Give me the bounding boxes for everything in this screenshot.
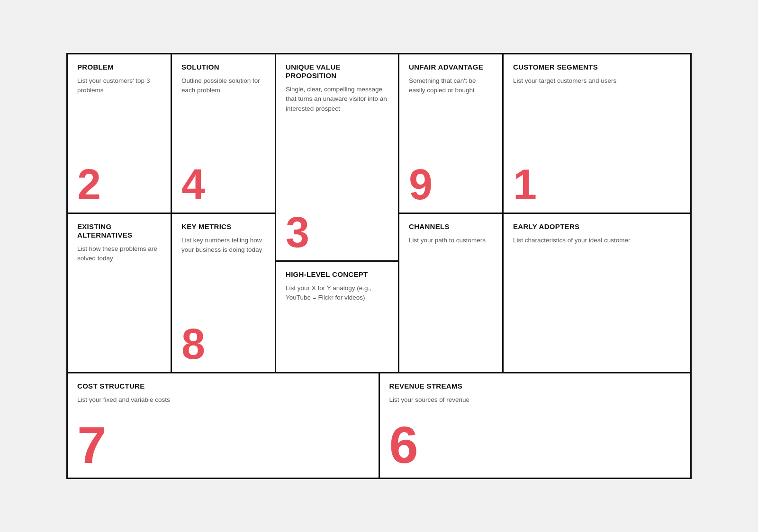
customer-column: CUSTOMER SEGMENTS List your target custo…: [504, 54, 690, 372]
unfair-advantage-title: UNFAIR ADVANTAGE: [409, 63, 493, 71]
channels-title: CHANNELS: [409, 222, 493, 231]
unfair-column: UNFAIR ADVANTAGE Something that can't be…: [399, 54, 504, 372]
existing-alternatives-title: EXISTING ALTERNATIVES: [77, 222, 161, 239]
key-metrics-title: KEY METRICS: [181, 222, 265, 231]
solution-column: SOLUTION Outline possible solution for e…: [172, 54, 276, 372]
customer-segments-desc: List your target customers and users: [513, 76, 681, 159]
hlc-desc: List your X for Y analogy (e.g., YouTube…: [286, 284, 388, 365]
customer-segments-number: 1: [513, 159, 681, 206]
solution-desc: Outline possible solution for each probl…: [181, 76, 265, 159]
lean-canvas: PROBLEM List your customers' top 3 probl…: [66, 53, 692, 479]
early-adopters-cell: EARLY ADOPTERS List characteristics of y…: [504, 214, 690, 372]
cost-structure-title: COST STRUCTURE: [77, 382, 369, 390]
existing-alternatives-cell: EXISTING ALTERNATIVES List how these pro…: [68, 214, 171, 372]
cost-structure-desc: List your fixed and variable costs: [77, 395, 369, 419]
left-column: PROBLEM List your customers' top 3 probl…: [68, 54, 172, 372]
uvp-number: 3: [286, 206, 388, 254]
cost-structure-cell: COST STRUCTURE List your fixed and varia…: [68, 373, 380, 478]
customer-segments-title: CUSTOMER SEGMENTS: [513, 63, 681, 71]
key-metrics-desc: List key numbers telling how your busine…: [181, 236, 265, 318]
revenue-streams-title: REVENUE STREAMS: [389, 382, 681, 390]
uvp-title: UNIQUE VALUE PROPOSITION: [286, 63, 388, 80]
uvp-cell: UNIQUE VALUE PROPOSITION Single, clear, …: [276, 54, 398, 262]
cost-structure-number: 7: [77, 419, 369, 471]
revenue-streams-cell: REVENUE STREAMS List your sources of rev…: [380, 373, 691, 478]
customer-segments-cell: CUSTOMER SEGMENTS List your target custo…: [504, 54, 690, 214]
key-metrics-cell: KEY METRICS List key numbers telling how…: [172, 214, 275, 372]
revenue-streams-number: 6: [389, 419, 681, 471]
key-metrics-number: 8: [181, 318, 265, 365]
top-section: PROBLEM List your customers' top 3 probl…: [68, 54, 690, 373]
existing-alternatives-desc: List how these problems are solved today: [77, 244, 161, 365]
unfair-advantage-number: 9: [409, 159, 493, 206]
problem-title: PROBLEM: [77, 63, 161, 71]
unfair-advantage-desc: Something that can't be easily copied or…: [409, 76, 493, 159]
solution-number: 4: [181, 159, 265, 206]
problem-number: 2: [77, 159, 161, 206]
unfair-advantage-cell: UNFAIR ADVANTAGE Something that can't be…: [399, 54, 502, 214]
problem-cell: PROBLEM List your customers' top 3 probl…: [68, 54, 171, 214]
channels-cell: CHANNELS List your path to customers: [399, 214, 502, 372]
hlc-cell: HIGH-LEVEL CONCEPT List your X for Y ana…: [276, 262, 398, 372]
early-adopters-title: EARLY ADOPTERS: [513, 222, 681, 231]
uvp-desc: Single, clear, compelling message that t…: [286, 85, 388, 206]
channels-desc: List your path to customers: [409, 236, 493, 365]
revenue-streams-desc: List your sources of revenue: [389, 395, 681, 419]
early-adopters-desc: List characteristics of your ideal custo…: [513, 236, 681, 365]
hlc-title: HIGH-LEVEL CONCEPT: [286, 270, 388, 279]
problem-desc: List your customers' top 3 problems: [77, 76, 161, 159]
solution-cell: SOLUTION Outline possible solution for e…: [172, 54, 275, 214]
solution-title: SOLUTION: [181, 63, 265, 71]
uvp-column: UNIQUE VALUE PROPOSITION Single, clear, …: [276, 54, 399, 372]
bottom-section: COST STRUCTURE List your fixed and varia…: [68, 373, 690, 478]
